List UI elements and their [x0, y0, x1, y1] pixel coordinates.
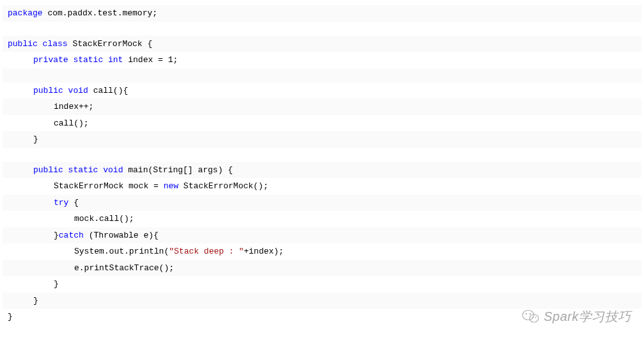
code-text: e.printStackTrace(); — [74, 263, 174, 273]
code-line: private static int index = 1; — [3, 52, 641, 69]
brace: } — [54, 231, 59, 240]
keyword: catch — [59, 231, 84, 240]
code-line — [3, 148, 641, 162]
code-line: call(); — [3, 115, 641, 132]
code-line: public class StackErrorMock { — [3, 36, 641, 53]
keyword: void — [98, 165, 123, 175]
code-text: index = 1; — [123, 55, 178, 65]
code-line: }catch (Throwable e){ — [3, 227, 641, 244]
code-text: com.paddx.test.memory; — [43, 8, 157, 18]
code-text: System.out.println( — [74, 247, 169, 256]
code-line — [3, 22, 641, 36]
code-text: call(){ — [88, 86, 128, 95]
keyword: private — [33, 55, 68, 65]
brace: { — [147, 39, 152, 49]
code-line: package com.paddx.test.memory; — [3, 5, 641, 22]
code-line: } — [3, 131, 641, 148]
brace: } — [33, 134, 38, 144]
code-line: System.out.println("Stack deep : "+index… — [3, 243, 641, 260]
keyword: new — [164, 181, 178, 191]
code-line: public static void main(String[] args) { — [3, 162, 641, 179]
keyword: void — [63, 86, 88, 95]
brace: } — [54, 279, 59, 289]
keyword: try — [54, 198, 68, 208]
code-line: } — [3, 276, 641, 293]
code-line: index++; — [3, 99, 641, 115]
code-line — [3, 69, 641, 83]
code-line: public void call(){ — [3, 83, 641, 99]
string-literal: "Stack deep : " — [169, 247, 244, 256]
code-line: mock.call(); — [3, 211, 641, 227]
code-line: try { — [3, 195, 641, 211]
code-line: e.printStackTrace(); — [3, 260, 641, 277]
keyword: public — [33, 86, 63, 95]
keyword: static — [63, 165, 98, 175]
code-line: } — [3, 293, 641, 309]
brace: } — [8, 312, 13, 322]
keyword: static — [68, 55, 104, 65]
code-text: { — [68, 198, 79, 208]
keyword: package — [8, 8, 43, 18]
brace: } — [33, 296, 38, 305]
code-text: StackErrorMock mock = — [54, 181, 164, 191]
code-text: main(String[] args) { — [123, 165, 233, 175]
keyword: class — [38, 39, 68, 49]
keyword: int — [103, 55, 123, 65]
code-line: } — [3, 309, 641, 325]
keyword: public — [8, 39, 38, 49]
code-text: index++; — [54, 102, 93, 111]
keyword: public — [33, 165, 63, 175]
code-text: mock.call(); — [74, 214, 134, 224]
code-line: StackErrorMock mock = new StackErrorMock… — [3, 178, 641, 195]
code-block: package com.paddx.test.memory; public cl… — [0, 0, 644, 330]
code-text: StackErrorMock(); — [178, 181, 268, 191]
code-text: (Throwable e){ — [84, 231, 159, 240]
code-text: +index); — [244, 247, 283, 256]
class-name: StackErrorMock — [68, 39, 148, 49]
code-text: call(); — [54, 118, 89, 128]
